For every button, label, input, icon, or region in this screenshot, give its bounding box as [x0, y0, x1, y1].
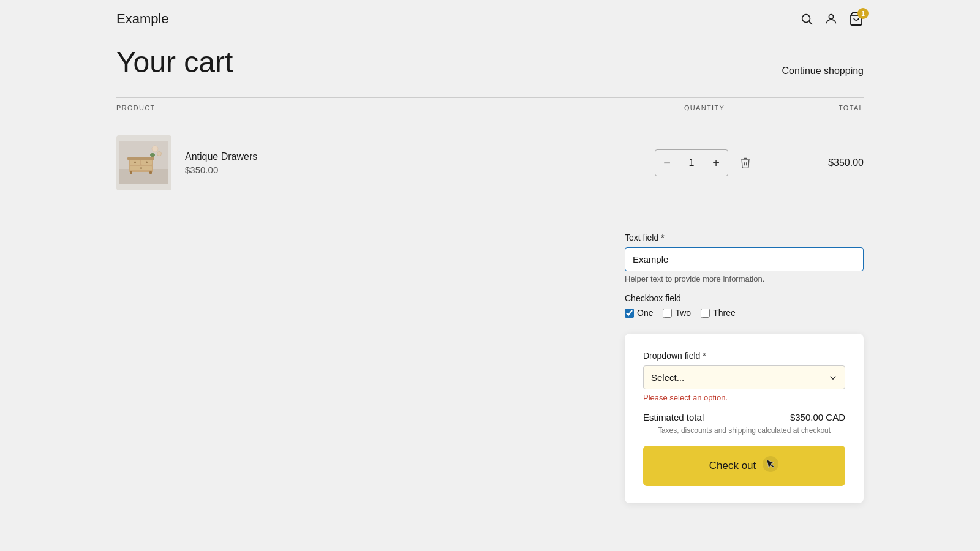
dropdown-field-group: Dropdown field * Select... Please select… — [643, 351, 845, 402]
svg-rect-15 — [130, 171, 132, 174]
text-field-helper: Helper text to provide more information. — [625, 274, 864, 283]
continue-shopping-link[interactable]: Continue shopping — [782, 66, 864, 79]
estimated-label: Estimated total — [643, 412, 704, 422]
checkbox-one-input[interactable] — [625, 309, 634, 318]
product-cell: Antique Drawers $350.00 — [116, 135, 643, 190]
header-icons: 1 — [800, 12, 864, 26]
checkbox-two-input[interactable] — [663, 309, 672, 318]
svg-point-12 — [134, 162, 136, 163]
svg-line-1 — [809, 21, 812, 24]
cart-icon[interactable]: 1 — [849, 12, 864, 26]
checkbox-field-group: Checkbox field One Two Three — [625, 293, 864, 318]
summary-panel: Dropdown field * Select... Please select… — [625, 334, 864, 503]
pre-card-fields: Text field * Helper text to provide more… — [625, 233, 864, 334]
product-name: Antique Drawers — [185, 151, 257, 162]
svg-rect-8 — [127, 157, 154, 160]
cart-heading-row: Your cart Continue shopping — [116, 45, 864, 79]
checkbox-three-label: Three — [713, 308, 736, 318]
dropdown-select[interactable]: Select... — [643, 365, 845, 389]
product-price: $350.00 — [185, 165, 257, 175]
dropdown-error: Please select an option. — [643, 393, 845, 402]
text-field-label: Text field * — [625, 233, 864, 242]
cart-title: Your cart — [116, 45, 233, 79]
svg-point-13 — [146, 162, 148, 163]
product-info: Antique Drawers $350.00 — [185, 151, 257, 175]
taxes-note: Taxes, discounts and shipping calculated… — [643, 426, 845, 435]
svg-rect-16 — [149, 171, 152, 174]
site-logo: Example — [116, 11, 169, 27]
text-field-input[interactable] — [625, 247, 864, 271]
svg-point-17 — [152, 146, 158, 152]
header: Example 1 — [116, 0, 864, 33]
quantity-cell: − 1 + — [643, 149, 766, 176]
product-column-label: PRODUCT — [116, 104, 643, 111]
svg-point-14 — [140, 167, 142, 169]
estimated-value: $350.00 CAD — [790, 412, 845, 422]
checkbox-two[interactable]: Two — [663, 308, 691, 318]
checkbox-one-label: One — [637, 308, 653, 318]
checkbox-field-label: Checkbox field — [625, 293, 864, 303]
checkbox-three[interactable]: Three — [701, 308, 736, 318]
cart-badge: 1 — [858, 8, 869, 19]
checkout-button[interactable]: Check out — [643, 446, 845, 486]
quantity-decrease-button[interactable]: − — [655, 150, 679, 176]
checkbox-row: One Two Three — [625, 308, 864, 318]
checkbox-two-label: Two — [675, 308, 691, 318]
quantity-value: 1 — [679, 150, 704, 176]
checkbox-one[interactable]: One — [625, 308, 653, 318]
search-icon[interactable] — [800, 12, 813, 26]
form-and-summary: Text field * Helper text to provide more… — [625, 233, 864, 503]
cart-table-header: PRODUCT QUANTITY TOTAL — [116, 97, 864, 118]
table-row: Antique Drawers $350.00 − 1 + $350.00 — [116, 118, 864, 208]
product-image — [116, 135, 172, 190]
quantity-increase-button[interactable]: + — [704, 150, 728, 176]
quantity-column-label: QUANTITY — [643, 104, 766, 111]
text-field-group: Text field * Helper text to provide more… — [625, 233, 864, 283]
dropdown-field-label: Dropdown field * — [643, 351, 845, 361]
item-total: $350.00 — [766, 157, 864, 168]
form-area: Text field * Helper text to provide more… — [116, 233, 864, 503]
user-icon[interactable] — [824, 12, 838, 26]
checkout-button-label: Check out — [709, 460, 756, 472]
cursor-icon — [762, 455, 779, 476]
checkbox-three-input[interactable] — [701, 309, 710, 318]
svg-point-0 — [802, 15, 810, 23]
remove-item-button[interactable] — [737, 154, 754, 171]
svg-point-18 — [157, 152, 162, 156]
quantity-stepper[interactable]: − 1 + — [655, 149, 728, 176]
total-column-label: TOTAL — [766, 104, 864, 111]
svg-point-21 — [150, 153, 155, 157]
estimated-total-row: Estimated total $350.00 CAD — [643, 412, 845, 422]
svg-point-2 — [829, 15, 833, 19]
